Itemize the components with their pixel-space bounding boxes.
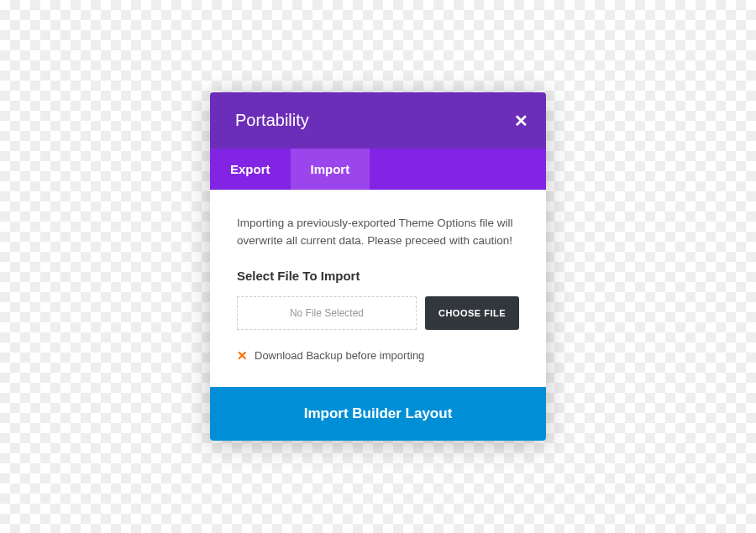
file-selector-row: No File Selected CHOOSE FILE	[237, 296, 519, 330]
modal-title: Portability	[210, 92, 334, 149]
x-icon: ✕	[237, 348, 248, 363]
import-layout-button[interactable]: Import Builder Layout	[210, 387, 546, 441]
file-dropzone[interactable]: No File Selected	[237, 296, 417, 330]
portability-modal: Portability ✕ Export Import Importing a …	[210, 92, 546, 441]
close-icon: ✕	[514, 111, 528, 131]
tab-export[interactable]: Export	[210, 149, 291, 190]
import-description: Importing a previously-exported Theme Op…	[237, 215, 519, 250]
tab-bar: Export Import	[210, 149, 546, 190]
select-file-label: Select File To Import	[237, 269, 519, 283]
tab-import[interactable]: Import	[291, 149, 370, 190]
modal-header: Portability ✕	[210, 92, 546, 149]
backup-label: Download Backup before importing	[255, 349, 424, 362]
modal-body: Importing a previously-exported Theme Op…	[210, 190, 546, 387]
backup-option[interactable]: ✕ Download Backup before importing	[237, 348, 519, 363]
close-button[interactable]: ✕	[496, 93, 546, 149]
choose-file-button[interactable]: CHOOSE FILE	[425, 296, 519, 330]
file-placeholder-text: No File Selected	[290, 307, 364, 319]
